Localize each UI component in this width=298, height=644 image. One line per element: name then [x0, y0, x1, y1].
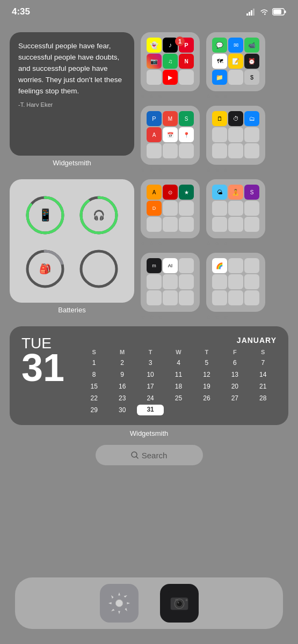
spotify-icon: ♫	[163, 54, 178, 69]
folder-stars-7: ☆ ☆ ☆	[141, 314, 200, 320]
folder-row-1a: 1 👻 ♪ P 📷 ♫ N ▶ ☆ ☆ ☆	[141, 32, 265, 99]
dock	[0, 570, 298, 644]
ai-icon: AI	[163, 258, 178, 273]
dock-app-settings[interactable]	[100, 584, 139, 623]
dock-inner	[15, 577, 283, 629]
search-label: Search	[142, 451, 168, 460]
files-icon: 📁	[212, 70, 227, 85]
cal-day-11: 11	[165, 369, 192, 380]
folder-photos[interactable]: 🌈 ☆ ☆ ☆	[206, 253, 265, 320]
blank-icon-2	[179, 70, 194, 85]
folder-shopping[interactable]: A ⊙ ★ D ☆ ☆ ☆	[141, 179, 200, 246]
blank-icon-30	[163, 290, 178, 305]
battery-empty	[75, 245, 123, 293]
folder-tools[interactable]: 🗒 ⏱ 🗂 ☆ ☆ ☆	[206, 106, 265, 173]
blank-icon-1	[147, 70, 162, 85]
blank-icon-37	[212, 290, 227, 305]
cal-day-21: 21	[250, 381, 277, 392]
target-icon: ⊙	[163, 185, 178, 200]
folder-misc1[interactable]: m AI ☆ ☆ ☆	[141, 253, 200, 320]
folder-stars-6: ☆ ☆ ☆	[206, 240, 265, 246]
blank-icon-18	[179, 217, 194, 232]
search-bar[interactable]: Search	[96, 445, 203, 465]
cal-day-22: 22	[81, 393, 107, 404]
folder-wellness[interactable]: 🌤 🧘 S ☆ ☆ ☆	[206, 179, 265, 246]
cal-day-29: 29	[81, 405, 107, 415]
blank-icon-12	[228, 143, 243, 158]
blank-icon-31	[179, 290, 194, 305]
wifi-icon	[259, 8, 269, 16]
row2: 📱 🎧	[10, 179, 288, 320]
cal-day-10: 10	[137, 369, 164, 380]
instagram-icon: 📷	[147, 54, 162, 69]
cal-header-s1: S	[81, 348, 107, 356]
blank-icon-25	[179, 258, 194, 273]
search-bar-wrap: Search	[10, 445, 288, 465]
cal-day-31: 31	[137, 405, 164, 415]
search-icon	[131, 451, 139, 459]
svg-point-22	[177, 602, 179, 604]
photos-icon: 🌈	[212, 258, 227, 273]
blank-icon-15	[179, 201, 194, 216]
folder-grid-utilities: 💬 ✉ 📹 🗺 📝 ⏰ 📁 $	[212, 38, 259, 85]
blank-icon-8	[212, 127, 227, 142]
signal-icon	[246, 8, 256, 16]
netflix-icon: N	[179, 54, 194, 69]
cal-day-1: 1	[81, 357, 107, 368]
camera-lens-icon	[166, 590, 192, 616]
blank-icon-38	[228, 290, 243, 305]
headspace-icon: 🧘	[228, 185, 243, 200]
cal-day-23: 23	[108, 393, 135, 404]
cal-header-t2: T	[193, 348, 220, 356]
row1: Successful people have fear, successful …	[10, 32, 288, 173]
folder-stars-2: ☆ ☆ ☆	[206, 93, 265, 99]
cal-day-4: 4	[165, 357, 192, 368]
notes-icon: 📝	[228, 54, 243, 69]
cal-day-25: 25	[165, 393, 192, 404]
case-icon: 🎒	[39, 263, 51, 275]
cal-day-14: 14	[250, 369, 277, 380]
blank-icon-19	[212, 201, 227, 216]
folder-stars-3: ☆ ☆ ☆	[141, 167, 200, 173]
battery-icon	[272, 8, 286, 16]
folder-col2: A ⊙ ★ D ☆ ☆ ☆	[141, 179, 265, 320]
folder-productivity[interactable]: P M S A 📅 📍 ☆ ☆ ☆	[141, 106, 200, 173]
cal-month: JANUARY	[81, 336, 277, 345]
files-icon-2: 🗂	[244, 111, 259, 126]
svg-point-17	[115, 599, 122, 606]
batteries-widget-wrap: 📱 🎧	[10, 179, 134, 320]
cal-day-24: 24	[137, 393, 164, 404]
cal-header-t1: T	[137, 348, 164, 356]
blank-icon-16	[147, 217, 162, 232]
cal-day-6: 6	[221, 357, 248, 368]
mono-icon: m	[147, 258, 162, 273]
battery-airpods: 🎧	[75, 191, 123, 239]
facetime-icon: 📹	[244, 38, 259, 53]
blank-icon-24	[244, 217, 259, 232]
blank-icon-7	[179, 143, 194, 158]
folder-social[interactable]: 1 👻 ♪ P 📷 ♫ N ▶ ☆ ☆ ☆	[141, 32, 200, 99]
blank-icon-28	[179, 274, 194, 289]
blank-icon-32	[228, 258, 243, 273]
blank-icon-20	[228, 201, 243, 216]
cal-day-2: 2	[108, 357, 135, 368]
folder-utilities[interactable]: 💬 ✉ 📹 🗺 📝 ⏰ 📁 $ ☆ ☆ ☆	[206, 32, 265, 99]
cal-day-30: 30	[108, 405, 135, 415]
folder-stars-4: ☆ ☆ ☆	[206, 167, 265, 173]
clock-icon: ⏰	[244, 54, 259, 69]
cal-header-w: W	[165, 348, 192, 356]
dock-app-camera[interactable]	[160, 584, 199, 623]
blank-icon-11	[212, 143, 227, 158]
folder-row-1b: P M S A 📅 📍 ☆ ☆ ☆	[141, 106, 265, 173]
gmail-icon: M	[163, 111, 178, 126]
cal-date: 31	[21, 348, 64, 387]
cal-day-7: 7	[250, 357, 277, 368]
home-content: Successful people have fear, successful …	[0, 27, 298, 479]
batteries-label: Batteries	[10, 306, 134, 314]
blank-icon-36	[244, 274, 259, 289]
folder-grid-wellness: 🌤 🧘 S	[212, 185, 259, 232]
svg-rect-2	[251, 10, 252, 16]
folder-grid-tools: 🗒 ⏱ 🗂	[212, 111, 259, 158]
blank-icon-26	[147, 274, 162, 289]
cal-day-13: 13	[221, 369, 248, 380]
